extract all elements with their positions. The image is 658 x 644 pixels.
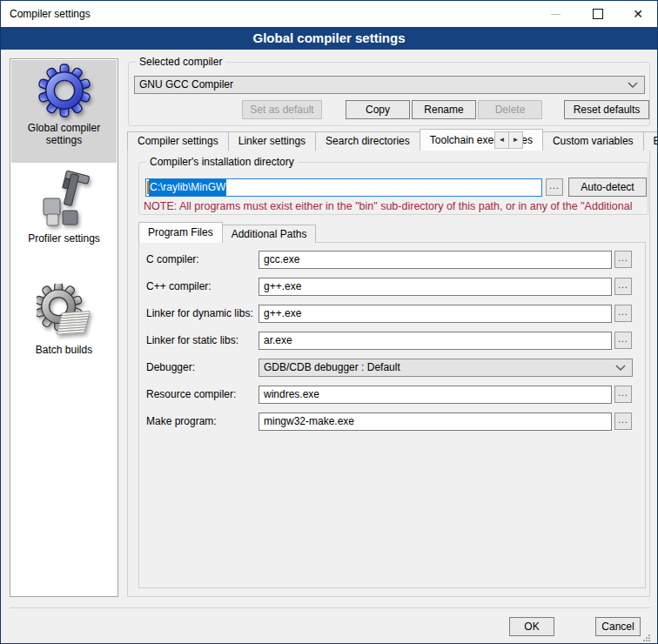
close-button[interactable]: ✕ xyxy=(618,1,658,27)
settings-sidebar: Global compiler settings Profiler settin… xyxy=(10,58,118,597)
program-files-subtabs: Program Files Additional Paths xyxy=(138,222,315,243)
debugger-select-value: GDB/CDB debugger : Default xyxy=(264,359,615,376)
resource-compiler-input[interactable]: windres.exe xyxy=(258,386,612,404)
form-row-make-program: Make program: mingw32-make.exe ... xyxy=(139,413,645,432)
ok-button[interactable]: OK xyxy=(509,617,554,636)
form-row-debugger: Debugger: GDB/CDB debugger : Default xyxy=(139,359,645,378)
form-row-c-compiler: C compiler: gcc.exe ... xyxy=(139,251,645,270)
sidebar-item-label: Global compiler settings xyxy=(11,122,117,146)
resize-grip-icon[interactable] xyxy=(641,633,643,634)
selected-compiler-group: Selected compiler GNU GCC Compiler Set a… xyxy=(128,62,650,126)
sidebar-item-label: Profiler settings xyxy=(11,232,117,245)
form-row-dynamic-linker: Linker for dynamic libs: g++.exe ... xyxy=(139,305,645,324)
resource-compiler-browse-button[interactable]: ... xyxy=(614,386,632,403)
page-title: Global compiler settings xyxy=(1,27,657,50)
chevron-down-icon xyxy=(615,365,626,372)
tab-scroll-right-icon[interactable]: ► xyxy=(508,131,523,149)
compiler-settings-dialog: Compiler settings ✕ Global compiler sett… xyxy=(0,0,658,644)
tab-toolchain-executables[interactable]: Toolchain executables xyxy=(420,129,543,151)
dynamic-linker-label: Linker for dynamic libs: xyxy=(146,307,253,319)
debugger-select[interactable]: GDB/CDB debugger : Default xyxy=(258,359,633,377)
close-icon: ✕ xyxy=(633,7,643,21)
delete-button: Delete xyxy=(478,100,542,119)
installation-directory-value: C:\raylib\MinGW xyxy=(149,179,226,196)
installation-directory-browse-button[interactable]: ... xyxy=(546,178,563,196)
tab-scroll-left-icon[interactable]: ◄ xyxy=(494,131,509,149)
c-compiler-label: C compiler: xyxy=(146,253,199,265)
form-row-static-linker: Linker for static libs: ar.exe ... xyxy=(139,332,645,351)
selected-compiler-group-label: Selected compiler xyxy=(136,56,225,68)
maximize-icon xyxy=(593,9,603,19)
static-linker-input[interactable]: ar.exe xyxy=(258,332,612,350)
maximize-button[interactable] xyxy=(578,1,618,27)
cancel-button[interactable]: Cancel xyxy=(595,617,641,636)
installation-directory-input[interactable]: C:\raylib\MinGW xyxy=(145,178,542,197)
cpp-compiler-label: C++ compiler: xyxy=(146,280,212,292)
form-row-cpp-compiler: C++ compiler: g++.exe ... xyxy=(139,278,645,297)
bin-subdirectory-note: NOTE: All programs must exist either in … xyxy=(144,200,647,212)
auto-detect-button[interactable]: Auto-detect xyxy=(568,178,647,197)
copy-button[interactable]: Copy xyxy=(346,100,410,119)
sidebar-item-label: Batch builds xyxy=(11,344,117,356)
tab-build-options[interactable]: Build options xyxy=(643,131,658,151)
c-compiler-browse-button[interactable]: ... xyxy=(614,251,632,268)
cpp-compiler-browse-button[interactable]: ... xyxy=(614,278,632,295)
make-program-label: Make program: xyxy=(146,415,217,427)
cpp-compiler-input[interactable]: g++.exe xyxy=(258,278,612,296)
compiler-select-value: GNU GCC Compiler xyxy=(139,77,628,93)
batch-builds-gear-icon xyxy=(11,284,117,342)
chevron-down-icon xyxy=(628,82,638,89)
compiler-select[interactable]: GNU GCC Compiler xyxy=(134,76,645,94)
titlebar: Compiler settings ✕ xyxy=(1,1,657,27)
program-files-panel: C compiler: gcc.exe ... C++ compiler: g+… xyxy=(138,242,646,588)
installation-directory-group-label: Compiler's installation directory xyxy=(146,156,298,168)
gear-blue-icon xyxy=(11,64,117,120)
dynamic-linker-input[interactable]: g++.exe xyxy=(258,305,612,323)
reset-defaults-button[interactable]: Reset defaults xyxy=(564,100,649,119)
subtab-program-files[interactable]: Program Files xyxy=(138,222,223,243)
static-linker-browse-button[interactable]: ... xyxy=(614,332,632,349)
dynamic-linker-browse-button[interactable]: ... xyxy=(614,305,632,322)
sidebar-item-global-compiler-settings[interactable]: Global compiler settings xyxy=(11,60,117,163)
resource-compiler-label: Resource compiler: xyxy=(146,388,236,400)
tab-linker-settings[interactable]: Linker settings xyxy=(228,131,316,151)
tab-compiler-settings[interactable]: Compiler settings xyxy=(127,131,229,151)
profiler-caliper-icon xyxy=(11,171,117,231)
settings-tabs: Compiler settings Linker settings Search… xyxy=(127,129,658,151)
footer-divider xyxy=(10,607,650,608)
rename-button[interactable]: Rename xyxy=(412,100,476,119)
make-program-input[interactable]: mingw32-make.exe xyxy=(258,413,612,431)
make-program-browse-button[interactable]: ... xyxy=(614,413,632,430)
set-as-default-button: Set as default xyxy=(242,100,322,119)
debugger-label: Debugger: xyxy=(146,361,195,373)
tab-custom-variables[interactable]: Custom variables xyxy=(542,131,644,151)
sidebar-item-profiler-settings[interactable]: Profiler settings xyxy=(11,167,117,254)
tab-scroll-arrows: ◄ ► xyxy=(494,131,522,149)
sidebar-item-batch-builds[interactable]: Batch builds xyxy=(11,280,117,364)
static-linker-label: Linker for static libs: xyxy=(146,334,238,346)
minimize-icon xyxy=(551,14,561,15)
minimize-button[interactable] xyxy=(535,1,575,27)
window-title: Compiler settings xyxy=(10,1,91,27)
c-compiler-input[interactable]: gcc.exe xyxy=(258,251,612,269)
tab-search-directories[interactable]: Search directories xyxy=(315,131,420,151)
subtab-additional-paths[interactable]: Additional Paths xyxy=(222,225,317,243)
form-row-resource-compiler: Resource compiler: windres.exe ... xyxy=(139,386,645,405)
